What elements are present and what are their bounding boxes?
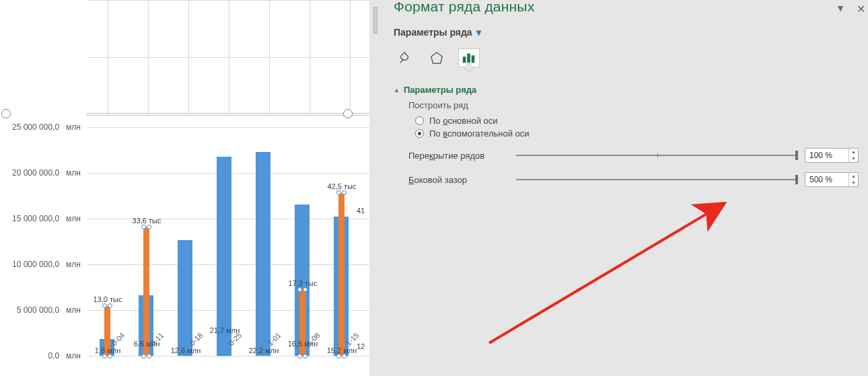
series-options-dropdown[interactable]: Параметры ряда ▾ [394, 27, 859, 38]
radio-primary-axis[interactable]: По основной оси [415, 116, 859, 126]
bar-primary[interactable] [256, 152, 270, 356]
spinner-up-icon[interactable]: ▲ [849, 149, 858, 155]
pane-splitter[interactable] [369, 0, 382, 376]
bar-secondary[interactable] [338, 193, 345, 356]
svg-line-4 [489, 203, 725, 343]
spinner-down-icon[interactable]: ▼ [849, 180, 858, 186]
y-tick-label: 10 000 000,0 [12, 260, 59, 269]
tab-effects-icon[interactable] [426, 48, 447, 67]
svg-rect-1 [463, 57, 466, 63]
gap-width-slider[interactable] [516, 179, 798, 180]
series-overlap-label: Перекрытие рядов [408, 151, 509, 161]
upper-grid-line [87, 0, 369, 1]
pane-dropdown-icon[interactable]: ▼ [836, 3, 845, 13]
y-tick-label: 20 000 000,0 [12, 168, 59, 178]
gap-width-input[interactable]: 500 % ▲▼ [805, 172, 859, 187]
svg-marker-0 [431, 52, 443, 64]
y-tick-label: 0,0 [48, 351, 59, 361]
plot-area: 13,0 тыс 1,8 млн 0-04 33,6 тыс 6,6 млн 0… [87, 113, 369, 376]
spinner-up-icon[interactable]: ▲ [849, 173, 858, 180]
data-label: 42,5 тыс [318, 182, 365, 190]
svg-rect-2 [467, 54, 470, 63]
data-label-partial: 12 [357, 342, 369, 350]
upper-grid-line [87, 57, 369, 58]
data-label: 33,6 тыс [123, 217, 170, 225]
series-overlap-input[interactable]: 100 % ▲▼ [805, 148, 859, 163]
spinner-down-icon[interactable]: ▼ [849, 155, 858, 162]
radio-icon [415, 129, 424, 138]
pane-title: Формат ряда данных [394, 0, 859, 15]
tab-series-options-icon[interactable] [458, 48, 480, 67]
bar-secondary[interactable] [143, 227, 149, 356]
y-tick-label: 25 000 000,0 [12, 122, 59, 132]
range-selector-handle-left[interactable] [1, 109, 11, 118]
close-icon[interactable]: ✕ [857, 3, 865, 15]
y-tick-label: 5 000 000,0 [17, 305, 59, 315]
build-series-label: Построить ряд [408, 100, 859, 110]
section-series-options-header[interactable]: ▲ Параметры ряда [394, 85, 859, 95]
svg-rect-3 [472, 55, 475, 63]
data-label: 17,3 тыс [279, 279, 326, 287]
gap-width-label: Боковой зазор [408, 175, 509, 185]
collapse-triangle-icon: ▲ [394, 87, 400, 93]
data-label: 13,0 тыс [84, 295, 131, 303]
radio-icon [415, 116, 424, 125]
format-data-series-pane: ▼ ✕ Формат ряда данных Параметры ряда ▾ [382, 0, 868, 376]
series-overlap-slider[interactable] [516, 155, 798, 156]
data-label-partial: 41 [357, 206, 369, 215]
chevron-down-icon: ▾ [476, 27, 481, 38]
radio-secondary-axis[interactable]: По вспомогательной оси [415, 128, 859, 139]
scrollbar-thumb[interactable] [373, 7, 377, 34]
annotation-arrow [482, 195, 738, 350]
tab-fill-line-icon[interactable] [394, 48, 415, 67]
y-tick-label: 15 000 000,0 [12, 214, 59, 223]
chart-area[interactable]: 0,0 млн 5 000 000,0 млн 10 000 000,0 млн… [0, 0, 369, 376]
